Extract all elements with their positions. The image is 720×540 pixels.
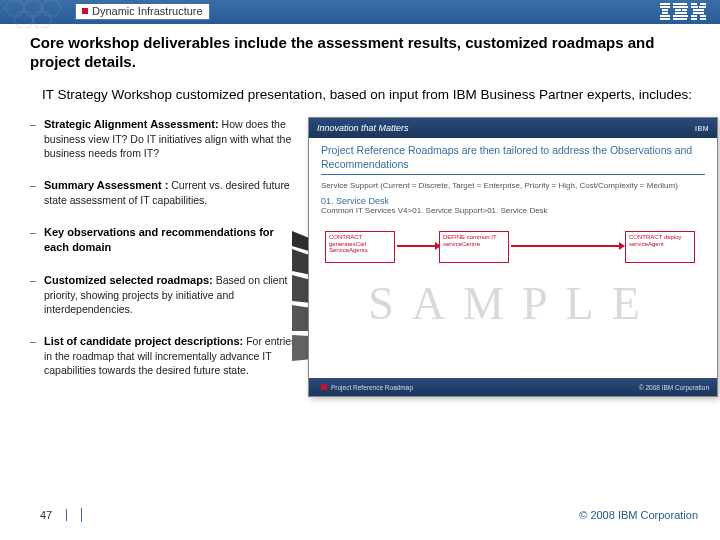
sample-header-logo: IBM (695, 125, 709, 132)
slide-footer: 47 © 2008 IBM Corporation (0, 504, 720, 526)
svg-marker-4 (32, 12, 52, 28)
diagram-box: CONTRACT generatesCall ServiceAgents (325, 231, 395, 263)
svg-rect-16 (673, 15, 688, 17)
svg-rect-11 (673, 3, 687, 5)
diagram-box: DEFINE common IT serviceCentre (439, 231, 509, 263)
list-item: Customized selected roadmaps: Based on c… (30, 273, 300, 316)
sample-subtitle1: 01. Service Desk (309, 192, 717, 206)
sample-slide-thumbnail: Innovation that Matters IBM Project Refe… (308, 117, 718, 397)
bullet-list: Strategic Alignment Assessment: How does… (30, 117, 300, 395)
ibm-logo-icon (660, 3, 706, 25)
svg-rect-12 (673, 6, 688, 8)
sample-graphic: Innovation that Matters IBM Project Refe… (296, 117, 718, 397)
sample-subtitle2: Common IT Services V4>01. Service Suppor… (309, 206, 717, 219)
svg-rect-20 (691, 6, 698, 8)
svg-rect-24 (693, 12, 704, 14)
arrow-icon (511, 245, 619, 247)
svg-rect-17 (673, 18, 687, 20)
list-item: Strategic Alignment Assessment: How does… (30, 117, 300, 160)
svg-rect-5 (660, 3, 670, 5)
diagram-box: CONTRACT deploy serviceAgent (625, 231, 695, 263)
svg-marker-1 (23, 0, 43, 16)
sample-title-line1: Project Reference Roadmaps are then tail… (309, 138, 717, 158)
sample-footer-left: Project Reference Roadmap (331, 384, 413, 391)
sample-title-line2: Recommendations (309, 158, 717, 174)
slide-header: Dynamic Infrastructure (0, 0, 720, 24)
slide-title: Core workshop deliverables include the a… (30, 34, 694, 72)
list-item: Summary Assessment : Current vs. desired… (30, 178, 300, 207)
svg-rect-19 (700, 3, 706, 5)
sample-header-tag: Innovation that Matters (317, 123, 409, 133)
list-item: Key observations and recommendations for… (30, 225, 300, 255)
slide-subtitle: IT Strategy Workshop customized presenta… (42, 86, 694, 104)
svg-rect-8 (662, 12, 668, 14)
sample-header: Innovation that Matters IBM (309, 118, 717, 138)
footer-divider (81, 508, 82, 522)
svg-rect-18 (691, 3, 697, 5)
sample-footer: Project Reference Roadmap © 2008 IBM Cor… (309, 378, 717, 396)
slide-body: Core workshop deliverables include the a… (0, 24, 720, 397)
svg-marker-0 (5, 0, 25, 16)
brand-tag: Dynamic Infrastructure (75, 4, 210, 20)
svg-rect-23 (698, 9, 704, 11)
svg-rect-14 (682, 9, 687, 11)
copyright: © 2008 IBM Corporation (579, 509, 698, 521)
sample-diagram: CONTRACT generatesCall ServiceAgents DEF… (321, 225, 705, 370)
footer-square-icon (321, 384, 327, 390)
arrow-icon (397, 245, 435, 247)
svg-rect-10 (660, 18, 670, 20)
svg-rect-7 (662, 9, 668, 11)
svg-rect-28 (700, 18, 706, 20)
sample-meta: Service Support (Current = Discrete, Tar… (309, 175, 717, 192)
svg-rect-6 (660, 6, 670, 8)
brand-tag-text: Dynamic Infrastructure (92, 5, 203, 17)
svg-rect-26 (700, 15, 706, 17)
svg-rect-9 (660, 15, 670, 17)
svg-rect-27 (691, 18, 697, 20)
sample-footer-right: © 2008 IBM Corporation (639, 384, 709, 391)
svg-rect-21 (699, 6, 706, 8)
svg-marker-2 (41, 0, 61, 16)
page-number: 47 (40, 509, 67, 521)
svg-rect-13 (675, 9, 681, 11)
svg-rect-15 (675, 12, 687, 14)
list-item: List of candidate project descriptions: … (30, 334, 300, 377)
brand-square-icon (82, 8, 88, 14)
svg-marker-3 (14, 12, 34, 28)
svg-rect-25 (691, 15, 697, 17)
